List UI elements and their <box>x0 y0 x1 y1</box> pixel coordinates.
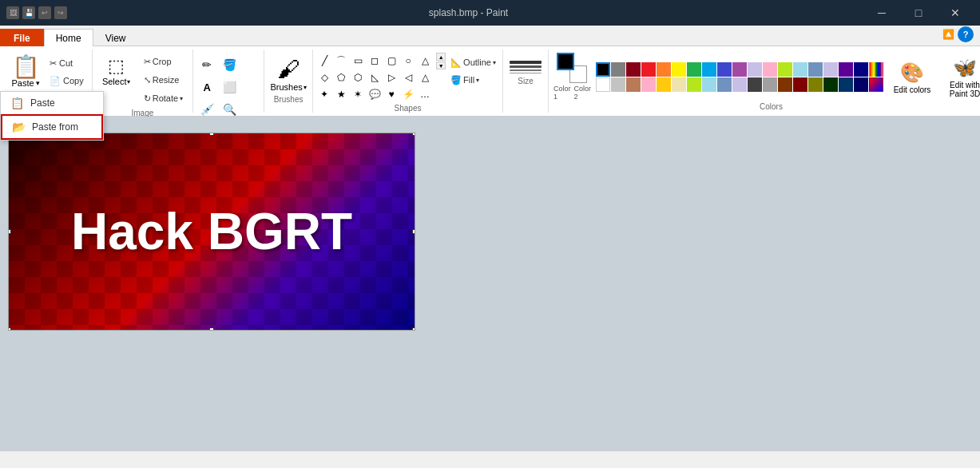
shape-more[interactable]: … <box>417 86 433 102</box>
selection-handle-ml[interactable] <box>8 229 11 234</box>
tab-home[interactable]: Home <box>44 29 93 46</box>
swatch-magenta1[interactable] <box>763 62 777 77</box>
swatch-dk-teal[interactable] <box>839 77 853 92</box>
color-selector[interactable] <box>557 53 587 83</box>
undo-quick-icon[interactable]: ↩ <box>38 6 51 19</box>
pencil-tool[interactable]: ✏ <box>196 54 217 75</box>
shape-right-tri[interactable]: ◺ <box>367 69 383 85</box>
save-quick-icon[interactable]: 💾 <box>22 6 35 19</box>
shape-ellipse[interactable]: ○ <box>400 53 416 69</box>
swatch-navy[interactable] <box>854 62 868 77</box>
swatch-maroon[interactable] <box>793 77 807 92</box>
resize-button[interactable]: ⤡ Resize <box>139 71 188 89</box>
paste-menu-item-paste[interactable]: 📋 Paste <box>1 92 103 114</box>
brushes-button[interactable]: 🖌 Brushes ▾ <box>268 53 309 93</box>
selection-handle-br[interactable] <box>412 327 415 331</box>
swatch-light-blue[interactable] <box>702 77 716 92</box>
swatch-dk-green[interactable] <box>823 77 838 92</box>
swatch-green[interactable] <box>687 62 701 77</box>
swatch-black[interactable] <box>596 62 610 77</box>
color1-box[interactable] <box>557 53 574 70</box>
redo-quick-icon[interactable]: ↪ <box>54 6 67 19</box>
swatch-lavender[interactable] <box>823 62 838 77</box>
swatch-cream[interactable] <box>672 77 686 92</box>
swatch-orange[interactable] <box>657 62 671 77</box>
shape-curve[interactable]: ⌒ <box>333 53 349 69</box>
tab-file[interactable]: File <box>0 29 44 46</box>
window-controls[interactable]: ─ □ ✕ <box>863 0 974 26</box>
selection-handle-tr[interactable] <box>412 133 415 136</box>
shape-round-rect[interactable]: ▢ <box>383 53 399 69</box>
edit-paint3d-button[interactable]: 🦋 Edit with Paint 3D <box>941 54 980 100</box>
swatch-rainbow2[interactable] <box>869 77 883 92</box>
selection-handle-bl[interactable] <box>8 327 11 331</box>
swatch-brown[interactable] <box>626 77 641 92</box>
swatch-dk-gray2[interactable] <box>748 77 762 92</box>
swatch-dk-brown[interactable] <box>778 77 792 92</box>
title-bar-quick-access[interactable]: 🖼 💾 ↩ ↪ <box>6 6 67 19</box>
shape-rect[interactable]: ▭ <box>350 53 366 69</box>
shape-arrow-l[interactable]: ◁ <box>400 69 416 85</box>
swatch-yellow[interactable] <box>672 62 686 77</box>
select-arrow[interactable]: ▾ <box>127 78 130 85</box>
canvas-area[interactable]: Hack BGRT <box>0 117 980 450</box>
rotate-button[interactable]: ↻ Rotate ▾ <box>139 89 188 107</box>
swatch-lt-gray[interactable] <box>611 77 625 92</box>
crop-button[interactable]: ✂ Crop <box>139 53 188 70</box>
swatch-purple[interactable] <box>732 62 747 77</box>
shape-star4[interactable]: ✦ <box>316 86 332 102</box>
swatch-violet1[interactable] <box>748 62 762 77</box>
fill-arrow[interactable]: ▾ <box>476 77 479 84</box>
maximize-button[interactable]: □ <box>900 0 937 26</box>
swatch-rainbow[interactable] <box>869 62 883 77</box>
swatch-blue[interactable] <box>717 62 732 77</box>
paste-menu-item-paste-from[interactable]: 📂 Paste from <box>1 114 103 140</box>
shape-lightning[interactable]: ⚡ <box>400 86 416 102</box>
shape-pentagon[interactable]: ⬠ <box>333 69 349 85</box>
edit-colors-button[interactable]: 🎨 Edit colors <box>888 58 936 96</box>
swatch-white[interactable] <box>596 77 610 92</box>
swatch-silver[interactable] <box>763 77 777 92</box>
swatch-indigo[interactable] <box>839 62 853 77</box>
swatch-teal[interactable] <box>702 62 716 77</box>
paste-button[interactable]: 📋 Paste ▾ <box>5 53 46 89</box>
selection-handle-mr[interactable] <box>412 229 415 234</box>
swatch-lime[interactable] <box>687 77 701 92</box>
canvas-image[interactable]: Hack BGRT <box>8 133 415 331</box>
help-button[interactable]: ? <box>958 26 974 42</box>
shape-arrow-r[interactable]: ▷ <box>383 69 399 85</box>
swatch-cornflower[interactable] <box>717 77 732 92</box>
shape-star5[interactable]: ★ <box>333 86 349 102</box>
close-button[interactable]: ✕ <box>937 0 974 26</box>
swatch-red[interactable] <box>641 62 656 77</box>
shape-hex[interactable]: ⬡ <box>350 69 366 85</box>
selection-handle-bm[interactable] <box>209 327 214 331</box>
outline-arrow[interactable]: ▾ <box>493 59 496 66</box>
brushes-arrow[interactable]: ▾ <box>304 84 307 91</box>
swatch-dark-red[interactable] <box>626 62 641 77</box>
fill-tool[interactable]: 🪣 <box>219 54 240 75</box>
shapes-scroll-up[interactable]: ▲ <box>436 53 446 61</box>
shape-star6[interactable]: ✶ <box>350 86 366 102</box>
select-button[interactable]: ⬚ Select ▾ <box>97 53 136 88</box>
shapes-scroll-down[interactable]: ▼ <box>436 61 446 69</box>
outline-button[interactable]: 📐 Outline ▾ <box>447 54 499 70</box>
swatch-gray[interactable] <box>611 62 625 77</box>
eraser-tool[interactable]: ⬜ <box>219 77 240 97</box>
shape-arrow-u[interactable]: △ <box>417 69 433 85</box>
swatch-dk-blue[interactable] <box>854 77 868 92</box>
shape-line[interactable]: ╱ <box>316 53 332 69</box>
swatch-skyblue[interactable] <box>793 62 807 77</box>
shape-heart[interactable]: ♥ <box>383 86 399 102</box>
swatch-olive[interactable] <box>808 77 823 92</box>
minimize-button[interactable]: ─ <box>863 0 900 26</box>
shape-callout[interactable]: 💬 <box>367 86 383 102</box>
swatch-slate[interactable] <box>808 62 823 77</box>
shapes-scroll[interactable]: ▲ ▼ <box>436 53 446 102</box>
size-icon[interactable] <box>510 61 542 73</box>
ribbon-collapse-icon[interactable]: 🔼 <box>942 29 954 40</box>
text-tool[interactable]: A <box>196 77 217 97</box>
swatch-pink[interactable] <box>641 77 656 92</box>
selection-handle-tm[interactable] <box>209 133 214 136</box>
shape-triangle[interactable]: △ <box>417 53 433 69</box>
